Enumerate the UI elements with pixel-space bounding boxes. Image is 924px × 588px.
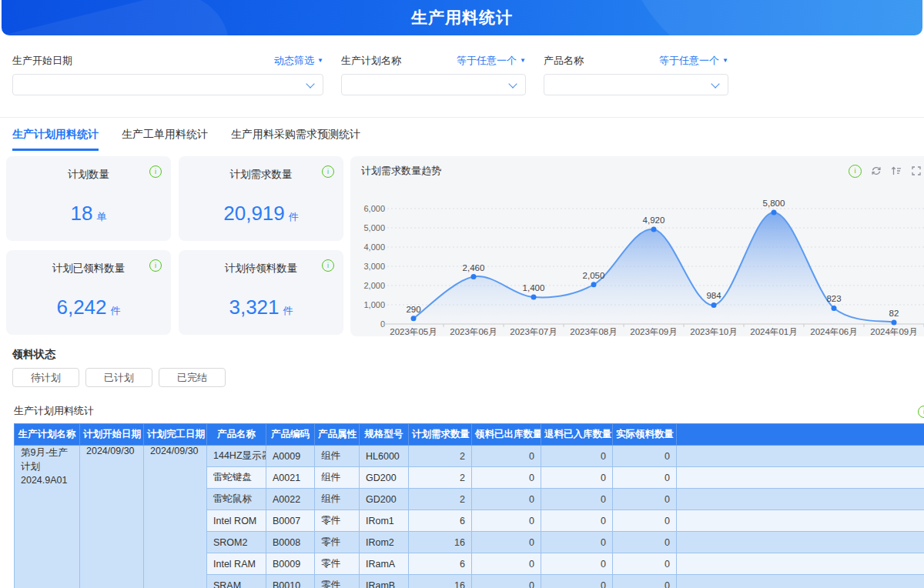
info-circle-icon[interactable]: i bbox=[149, 165, 162, 178]
product-name: Intel RAM bbox=[207, 553, 266, 575]
spec-model: GD200 bbox=[360, 467, 409, 489]
chart-title: 计划需求数量趋势 bbox=[361, 164, 441, 178]
svg-text:984: 984 bbox=[706, 291, 721, 300]
stat-card-label: 计划已领料数量 bbox=[52, 262, 126, 276]
actual-qty: 0 bbox=[613, 467, 677, 489]
filter-label: 生产开始日期 bbox=[12, 54, 72, 68]
column-header-filler bbox=[677, 424, 924, 446]
stat-card-2: i计划已领料数量6,242件 bbox=[6, 250, 171, 335]
info-circle-icon[interactable]: i bbox=[149, 259, 162, 272]
start-date-select[interactable] bbox=[12, 74, 323, 95]
product-attr: 零件 bbox=[315, 553, 360, 575]
column-header: 产品编码 bbox=[266, 424, 315, 446]
returned-qty: 0 bbox=[541, 575, 613, 588]
status-button-1[interactable]: 已计划 bbox=[85, 368, 152, 387]
filter-operator-link[interactable]: 等于任意一个▼ bbox=[457, 54, 526, 68]
actual-qty: 0 bbox=[613, 510, 677, 532]
stat-card-value: 6,242件 bbox=[56, 296, 120, 319]
info-circle-icon[interactable]: i bbox=[322, 259, 334, 272]
svg-text:2024年06月: 2024年06月 bbox=[810, 327, 857, 336]
filter-operator-link[interactable]: 等于任意一个▼ bbox=[659, 54, 728, 68]
svg-text:2023年07月: 2023年07月 bbox=[510, 327, 557, 336]
svg-text:2023年10月: 2023年10月 bbox=[690, 327, 737, 336]
chart-toolbar: i bbox=[849, 165, 915, 178]
issued-qty: 0 bbox=[472, 446, 541, 467]
caret-down-icon: ▼ bbox=[317, 58, 323, 64]
banner-decoration bbox=[622, 0, 922, 35]
spec-model: IRamB bbox=[360, 575, 409, 588]
page-header: 生产用料统计 bbox=[2, 0, 922, 35]
svg-text:4,000: 4,000 bbox=[363, 242, 385, 252]
demand-qty: 16 bbox=[409, 532, 472, 553]
svg-text:82: 82 bbox=[889, 309, 899, 318]
product-code: B0009 bbox=[266, 553, 315, 575]
filter-label: 生产计划名称 bbox=[341, 54, 401, 68]
spec-model: GD200 bbox=[360, 489, 409, 510]
spec-model: HL6000 bbox=[360, 446, 409, 467]
svg-text:2,050: 2,050 bbox=[583, 271, 605, 280]
stat-card-value: 3,321件 bbox=[229, 296, 293, 319]
column-header: 产品名称 bbox=[207, 424, 266, 446]
tab-1[interactable]: 生产工单用料统计 bbox=[122, 128, 208, 151]
svg-text:6,000: 6,000 bbox=[363, 204, 385, 213]
product-code: B0008 bbox=[266, 532, 315, 553]
status-button-0[interactable]: 待计划 bbox=[12, 368, 79, 387]
demand-qty: 2 bbox=[409, 467, 472, 489]
product-code: B0010 bbox=[266, 575, 315, 588]
column-header: 实际领料数量 bbox=[613, 424, 677, 446]
svg-text:2023年05月: 2023年05月 bbox=[390, 327, 437, 336]
plan-material-table: 生产计划名称计划开始日期计划完工日期产品名称产品编码产品属性规格型号计划需求数量… bbox=[14, 423, 924, 588]
dashboard-row: i计划数量18单i计划需求数量20,919件i计划已领料数量6,242件i计划待… bbox=[0, 151, 924, 336]
table-section-title: 生产计划用料统计 bbox=[14, 404, 94, 418]
filter-operator-link[interactable]: 动态筛选▼ bbox=[274, 54, 323, 68]
returned-qty: 0 bbox=[541, 532, 613, 553]
stat-card-label: 计划待领料数量 bbox=[225, 262, 298, 276]
sort-icon[interactable] bbox=[890, 165, 902, 177]
banner-decoration bbox=[2, 0, 243, 35]
expand-icon[interactable] bbox=[910, 165, 922, 177]
plan-name-select[interactable] bbox=[341, 74, 526, 95]
material-status-buttons: 待计划已计划已完结 bbox=[12, 368, 912, 387]
svg-text:4,920: 4,920 bbox=[643, 215, 665, 225]
stat-card-3: i计划待领料数量3,321件 bbox=[179, 250, 343, 335]
product-name: SROM2 bbox=[207, 532, 266, 553]
column-header: 计划需求数量 bbox=[409, 424, 472, 446]
filter-product-name: 产品名称 等于任意一个▼ bbox=[544, 55, 728, 95]
product-name: 雷蛇鼠标 bbox=[207, 489, 266, 510]
svg-text:2023年06月: 2023年06月 bbox=[450, 327, 497, 336]
info-circle-icon[interactable]: i bbox=[849, 165, 862, 178]
svg-text:2024年09月: 2024年09月 bbox=[870, 327, 917, 336]
tab-bar: 生产计划用料统计生产工单用料统计生产用料采购需求预测统计 bbox=[0, 118, 924, 151]
tab-2[interactable]: 生产用料采购需求预测统计 bbox=[231, 128, 360, 151]
chevron-down-icon bbox=[508, 79, 517, 88]
table-row[interactable]: 第9月-生产计划2024.9A012024/09/302024/09/30144… bbox=[15, 446, 924, 467]
svg-text:2,000: 2,000 bbox=[363, 281, 385, 290]
product-attr: 组件 bbox=[315, 467, 360, 489]
info-circle-icon[interactable]: i bbox=[918, 406, 924, 418]
product-attr: 组件 bbox=[315, 446, 360, 467]
returned-qty: 0 bbox=[541, 489, 613, 510]
product-name-select[interactable] bbox=[544, 74, 728, 95]
product-attr: 零件 bbox=[315, 575, 360, 588]
actual-qty: 0 bbox=[613, 575, 677, 588]
info-circle-icon[interactable]: i bbox=[322, 165, 334, 178]
actual-qty: 0 bbox=[613, 553, 677, 575]
page-title: 生产用料统计 bbox=[411, 7, 513, 28]
returned-qty: 0 bbox=[541, 467, 613, 489]
svg-text:1,000: 1,000 bbox=[363, 300, 385, 309]
spec-model: IRom1 bbox=[360, 510, 409, 532]
refresh-icon[interactable] bbox=[870, 165, 882, 177]
tab-0[interactable]: 生产计划用料统计 bbox=[12, 128, 99, 151]
trend-area-chart[interactable]: 01,0002,0003,0004,0005,0006,0002902023年0… bbox=[350, 178, 924, 336]
svg-text:2023年08月: 2023年08月 bbox=[570, 327, 617, 336]
stat-card-label: 计划数量 bbox=[68, 168, 109, 182]
product-name: 雷蛇键盘 bbox=[207, 467, 266, 489]
caret-down-icon: ▼ bbox=[722, 58, 728, 64]
product-attr: 组件 bbox=[315, 489, 360, 510]
filler-cell bbox=[677, 510, 924, 532]
column-header: 生产计划名称 bbox=[15, 424, 80, 446]
status-button-2[interactable]: 已完结 bbox=[159, 368, 226, 387]
spec-model: IRamA bbox=[360, 553, 409, 575]
stat-card-label: 计划需求数量 bbox=[230, 168, 293, 182]
filler-cell bbox=[677, 467, 924, 489]
